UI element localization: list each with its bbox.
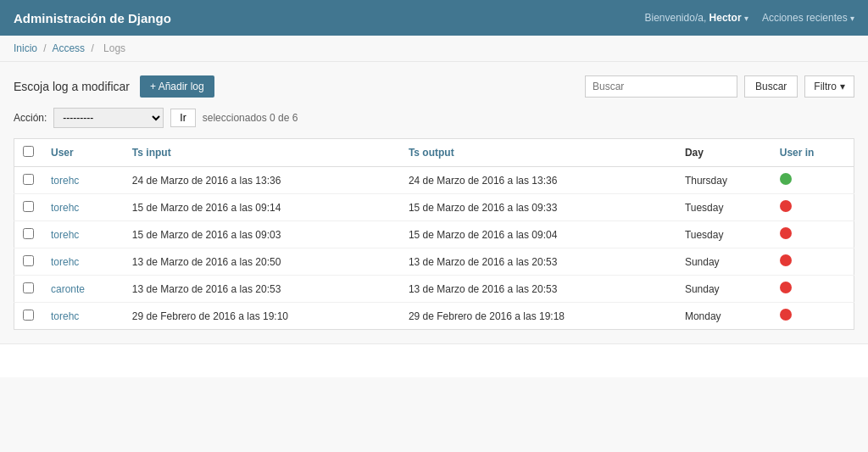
cell-ts-input: 29 de Febrero de 2016 a las 19:10 (124, 303, 400, 330)
breadcrumb-access[interactable]: Access (52, 42, 85, 54)
search-button[interactable]: Buscar (744, 75, 798, 98)
row-checkbox[interactable] (23, 255, 34, 266)
breadcrumb-inicio[interactable]: Inicio (14, 42, 37, 54)
breadcrumb-sep-1: / (43, 42, 46, 54)
cell-day: Sunday (676, 276, 771, 303)
status-true-icon (780, 173, 792, 185)
row-checkbox[interactable] (23, 201, 34, 212)
cell-day: Tuesday (676, 221, 771, 248)
cell-ts-input: 24 de Marzo de 2016 a las 13:36 (124, 167, 400, 194)
cell-user: caronte (42, 276, 124, 303)
user-link[interactable]: torehc (51, 310, 79, 322)
cell-user: torehc (42, 194, 124, 221)
selection-count: seleccionados 0 de 6 (203, 112, 298, 124)
username: Hector (709, 12, 742, 24)
user-link[interactable]: torehc (51, 256, 79, 268)
row-checkbox-cell (14, 276, 43, 303)
cell-user: torehc (42, 221, 124, 248)
cell-user: torehc (42, 303, 124, 330)
cell-day: Sunday (676, 248, 771, 276)
status-false-icon (780, 309, 792, 321)
cell-user-in (771, 303, 854, 330)
site-header: Administración de Django Bienvenido/a, H… (0, 0, 868, 36)
user-link[interactable]: caronte (51, 283, 85, 295)
col-header-day: Day (676, 139, 771, 167)
welcome-text: Bienvenido/a, Hector ▾ (645, 12, 748, 24)
recent-actions-arrow: ▾ (850, 14, 854, 23)
cell-user: torehc (42, 248, 124, 276)
status-false-icon (780, 282, 792, 293)
filter-arrow-icon: ▾ (840, 81, 845, 92)
user-area: Bienvenido/a, Hector ▾ Acciones reciente… (645, 12, 855, 24)
select-all-header[interactable] (14, 139, 43, 167)
cell-ts-input: 13 de Marzo de 2016 a las 20:50 (124, 248, 400, 276)
cell-ts-output: 13 de Marzo de 2016 a las 20:53 (400, 248, 676, 276)
select-all-checkbox[interactable] (23, 146, 34, 157)
breadcrumb: Inicio / Access / Logs (0, 36, 868, 62)
user-dropdown-arrow[interactable]: ▾ (744, 14, 748, 23)
table-row: caronte13 de Marzo de 2016 a las 20:5313… (14, 276, 854, 303)
cell-user: torehc (42, 167, 124, 194)
cell-user-in (771, 194, 854, 221)
recent-actions-link[interactable]: Acciones recientes ▾ (762, 12, 854, 24)
user-link[interactable]: torehc (51, 175, 79, 187)
row-checkbox[interactable] (23, 282, 34, 293)
user-link[interactable]: torehc (51, 202, 79, 214)
table-row: torehc15 de Marzo de 2016 a las 09:0315 … (14, 221, 854, 248)
cell-day: Tuesday (676, 194, 771, 221)
cell-user-in (771, 221, 854, 248)
content-header-right: Buscar Filtro ▾ (585, 75, 854, 98)
go-button[interactable]: Ir (170, 109, 195, 127)
table-row: torehc13 de Marzo de 2016 a las 20:5013 … (14, 248, 854, 276)
cell-ts-output: 29 de Febrero de 2016 a las 19:18 (400, 303, 676, 330)
filter-button[interactable]: Filtro ▾ (804, 75, 854, 98)
main-content: Escoja log a modificar + Añadir log Busc… (0, 62, 868, 343)
footer (0, 343, 868, 377)
row-checkbox-cell (14, 194, 43, 221)
row-checkbox-cell (14, 303, 43, 330)
status-false-icon (780, 227, 792, 239)
table-header-row: User Ts input Ts output Day User in (14, 139, 854, 167)
action-label: Acción: (14, 112, 47, 124)
cell-ts-input: 15 de Marzo de 2016 a las 09:14 (124, 194, 400, 221)
cell-ts-input: 13 de Marzo de 2016 a las 20:53 (124, 276, 400, 303)
row-checkbox-cell (14, 221, 43, 248)
row-checkbox[interactable] (23, 228, 34, 239)
action-bar: Acción: --------- Ir seleccionados 0 de … (14, 108, 854, 128)
cell-user-in (771, 167, 854, 194)
col-header-user-in[interactable]: User in (771, 139, 854, 167)
table-body: torehc24 de Marzo de 2016 a las 13:3624 … (14, 167, 854, 330)
content-header: Escoja log a modificar + Añadir log Busc… (14, 75, 854, 98)
table-row: torehc24 de Marzo de 2016 a las 13:3624 … (14, 167, 854, 194)
content-header-left: Escoja log a modificar + Añadir log (14, 75, 214, 98)
row-checkbox-cell (14, 248, 43, 276)
row-checkbox[interactable] (23, 310, 34, 321)
cell-ts-input: 15 de Marzo de 2016 a las 09:03 (124, 221, 400, 248)
cell-ts-output: 15 de Marzo de 2016 a las 09:04 (400, 221, 676, 248)
status-false-icon (780, 254, 792, 266)
col-header-ts-input[interactable]: Ts input (124, 139, 400, 167)
row-checkbox-cell (14, 167, 43, 194)
breadcrumb-sep-2: / (91, 42, 93, 54)
table-row: torehc29 de Febrero de 2016 a las 19:102… (14, 303, 854, 330)
row-checkbox[interactable] (23, 174, 34, 185)
cell-day: Monday (676, 303, 771, 330)
cell-ts-output: 15 de Marzo de 2016 a las 09:33 (400, 194, 676, 221)
logs-table: User Ts input Ts output Day User in tore… (14, 138, 854, 330)
cell-user-in (771, 248, 854, 276)
site-title: Administración de Django (14, 11, 171, 25)
col-header-ts-output[interactable]: Ts output (400, 139, 676, 167)
table-row: torehc15 de Marzo de 2016 a las 09:1415 … (14, 194, 854, 221)
page-title: Escoja log a modificar (14, 80, 130, 93)
add-log-button[interactable]: + Añadir log (140, 75, 214, 98)
cell-day: Thursday (676, 167, 771, 194)
user-link[interactable]: torehc (51, 229, 79, 241)
col-header-user[interactable]: User (42, 139, 124, 167)
cell-user-in (771, 276, 854, 303)
breadcrumb-current: Logs (103, 42, 125, 54)
status-false-icon (780, 200, 792, 212)
action-select[interactable]: --------- (53, 108, 164, 128)
search-input[interactable] (585, 75, 737, 98)
cell-ts-output: 24 de Marzo de 2016 a las 13:36 (400, 167, 676, 194)
cell-ts-output: 13 de Marzo de 2016 a las 20:53 (400, 276, 676, 303)
